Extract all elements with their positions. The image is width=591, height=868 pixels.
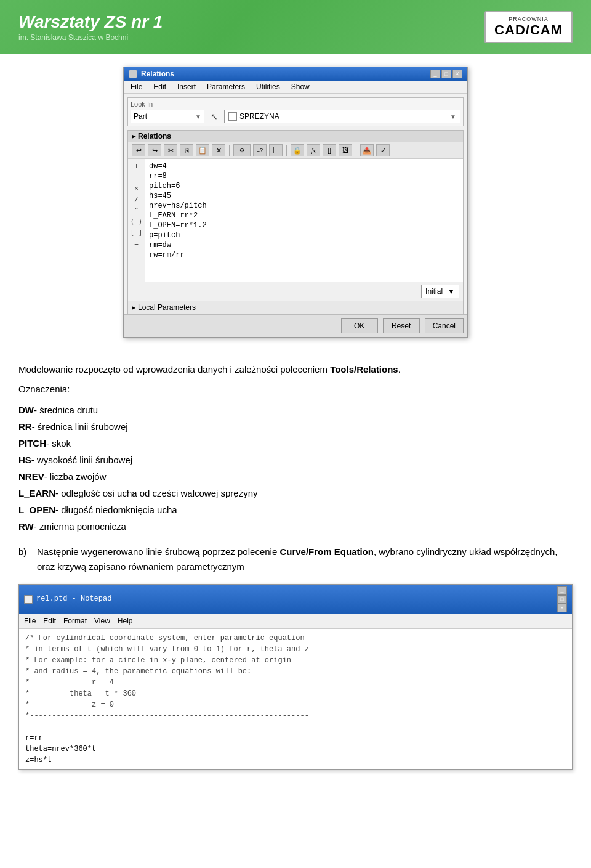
- op-multiply[interactable]: ×: [134, 184, 139, 193]
- comment-line-8: *---------------------------------------…: [25, 710, 566, 721]
- notepad-menu-format[interactable]: Format: [63, 615, 87, 627]
- export-btn[interactable]: 📤: [360, 144, 374, 156]
- op-brackets[interactable]: [ ]: [131, 228, 143, 238]
- code-line-3: pitch=6: [149, 181, 459, 191]
- notepad-minimize-button[interactable]: _: [557, 586, 567, 595]
- toggle-btn[interactable]: ⚙: [233, 144, 251, 156]
- undo-button[interactable]: ↩: [132, 144, 145, 156]
- lock-btn[interactable]: 🔒: [291, 144, 304, 156]
- notepad-content[interactable]: /* For cylindrical coordinate system, en…: [19, 629, 572, 769]
- relations-header: ▶ Relations: [128, 131, 463, 142]
- ok-button[interactable]: OK: [341, 318, 378, 333]
- page-header: Warsztaty ZS nr 1 im. Stanisława Staszic…: [0, 0, 591, 54]
- op-power[interactable]: ^: [134, 206, 139, 216]
- notepad-win-controls[interactable]: _ □ ✕: [557, 586, 567, 612]
- close-button[interactable]: ✕: [452, 70, 462, 78]
- menu-insert[interactable]: Insert: [175, 82, 198, 92]
- reset-button[interactable]: Reset: [383, 318, 420, 333]
- initial-dropdown[interactable]: Initial ▼: [421, 285, 459, 298]
- def-rw: RW- zmienna pomocnicza: [18, 518, 573, 535]
- code-line-8: p=pitch: [149, 230, 459, 240]
- cancel-button[interactable]: Cancel: [425, 318, 464, 333]
- point-b-intro: Następnie wygenerowano linie śrubową pop…: [37, 546, 277, 557]
- header-branding: Warsztaty ZS nr 1 im. Stanisława Staszic…: [18, 12, 163, 42]
- code-line-9: rm=dw: [149, 240, 459, 250]
- comment-line-1: /* For cylindrical coordinate system, en…: [25, 633, 566, 644]
- lookin-label: Look In: [131, 100, 460, 108]
- dialog-titlebar: Relations _ □ ✕: [124, 67, 467, 81]
- redo-button[interactable]: ↪: [148, 144, 161, 156]
- code-z: z=hs*t: [25, 755, 566, 766]
- comment-line-6: * theta = t * 360: [25, 688, 566, 699]
- notepad-menu-file[interactable]: File: [24, 615, 36, 627]
- brackets-btn[interactable]: []: [323, 144, 336, 156]
- notepad-menu-help[interactable]: Help: [118, 615, 133, 627]
- badge-title: CAD/CAM: [494, 22, 563, 38]
- notepad-close-button[interactable]: ✕: [557, 604, 567, 612]
- op-minus[interactable]: −: [134, 172, 139, 182]
- comment-line-4: * and radius = 4, the parametric equatio…: [25, 666, 566, 677]
- dialog-title: Relations: [141, 70, 174, 78]
- menu-show[interactable]: Show: [289, 82, 312, 92]
- code-theta: theta=nrev*360*t: [25, 744, 566, 755]
- text-content: Modelowanie rozpoczęto od wprowadzenia d…: [18, 356, 573, 776]
- paste-button[interactable]: 📋: [196, 144, 209, 156]
- badge-label: PRACOWNIA: [494, 16, 563, 22]
- comment-line-7: * z = 0: [25, 699, 566, 710]
- menu-file[interactable]: File: [129, 82, 144, 92]
- tools-relations-text: Tools/Relations: [330, 364, 398, 375]
- relation-btn[interactable]: ⊢: [269, 144, 283, 156]
- notepad-window: rel.ptd - Notepad _ □ ✕ File Edit Format…: [18, 584, 573, 770]
- cadcam-badge: PRACOWNIA CAD/CAM: [484, 11, 573, 43]
- comment-line-5: * r = 4: [25, 677, 566, 688]
- file-dropdown-icon[interactable]: ▼: [450, 113, 456, 120]
- toolbar-separator-3: [356, 145, 356, 156]
- code-line-10: rw=rm/rr: [149, 250, 459, 260]
- editor-content[interactable]: dw=4 rr=8 pitch=6 hs=45 nrev=hs/pitch L_…: [145, 159, 463, 282]
- image-btn[interactable]: 🖼: [339, 144, 352, 156]
- maximize-button[interactable]: □: [441, 70, 451, 78]
- file-name: SPREZYNA: [239, 112, 279, 121]
- cut-button[interactable]: ✂: [164, 144, 177, 156]
- dialog-actions: OK Reset Cancel: [124, 314, 467, 337]
- def-nrev: NREV- liczba zwojów: [18, 468, 573, 485]
- delete-button[interactable]: ✕: [212, 144, 225, 156]
- op-parens[interactable]: ( ): [131, 217, 143, 227]
- fx-btn[interactable]: fx: [307, 144, 320, 156]
- window-controls[interactable]: _ □ ✕: [430, 70, 462, 78]
- lookin-row: Part ▼ ↖ SPREZYNA ▼: [131, 110, 460, 123]
- initial-bar: Initial ▼: [132, 285, 459, 298]
- menu-parameters[interactable]: Parameters: [205, 82, 247, 92]
- notepad-icon: [24, 595, 33, 604]
- local-params-label: Local Parameters: [138, 303, 196, 312]
- code-r: r=rr: [25, 732, 566, 744]
- notepad-menu-edit[interactable]: Edit: [43, 615, 56, 627]
- notepad-menubar: File Edit Format View Help: [19, 614, 572, 629]
- check-btn[interactable]: ✓: [376, 144, 390, 156]
- equals-btn[interactable]: =?: [253, 144, 267, 156]
- menu-edit[interactable]: Edit: [151, 82, 168, 92]
- notepad-maximize-button[interactable]: □: [557, 595, 567, 604]
- op-plus[interactable]: +: [134, 161, 139, 171]
- intro-text: Modelowanie rozpoczęto od wprowadzenia d…: [18, 364, 328, 375]
- lookin-value: Part: [134, 112, 147, 121]
- notepad-menu-view[interactable]: View: [94, 615, 110, 627]
- copy-button[interactable]: ⎘: [180, 144, 193, 156]
- code-line-5: nrev=hs/pitch: [149, 201, 459, 211]
- relations-label: Relations: [138, 132, 171, 140]
- expand-icon[interactable]: ▶: [132, 134, 135, 139]
- op-equals[interactable]: =: [134, 239, 139, 249]
- initial-arrow-icon: ▼: [448, 287, 455, 296]
- relations-dialog: Relations _ □ ✕ File Edit Insert Paramet…: [123, 67, 468, 338]
- minimize-button[interactable]: _: [430, 70, 440, 78]
- header-title: Warsztaty ZS nr 1: [18, 12, 163, 32]
- lookin-arrow-icon: ▼: [195, 113, 201, 120]
- menu-utilities[interactable]: Utilities: [254, 82, 282, 92]
- dialog-menubar: File Edit Insert Parameters Utilities Sh…: [124, 81, 467, 94]
- lookin-select[interactable]: Part ▼: [131, 110, 204, 123]
- op-divide[interactable]: /: [134, 195, 139, 205]
- lookin-section: Look In Part ▼ ↖ SPREZYNA ▼: [127, 97, 464, 126]
- toolbar-separator-2: [286, 145, 287, 156]
- comment-line-2: * in terms of t (which will vary from 0 …: [25, 644, 566, 655]
- local-params-expand-icon[interactable]: ▶: [132, 305, 135, 310]
